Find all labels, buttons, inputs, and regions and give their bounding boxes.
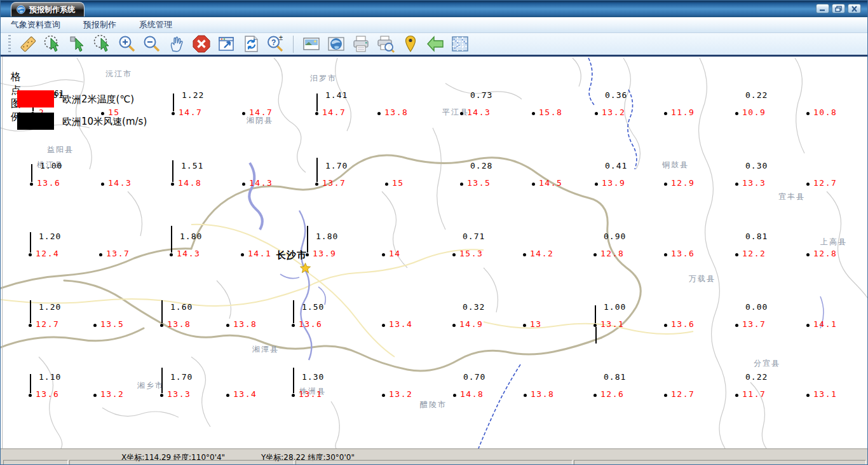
grid-point-dot: [160, 394, 163, 397]
place-label: 万载县: [689, 274, 715, 284]
temperature-value: 13.5: [467, 178, 491, 188]
wind-barb: [173, 94, 174, 111]
grid-point-dot: [595, 112, 598, 115]
temperature-value: 14.8: [460, 389, 484, 399]
place-label: 湘乡市: [137, 380, 164, 391]
wind-speed-value: 0.90: [604, 232, 626, 241]
temperature-value: 13: [530, 319, 542, 329]
grid-point-dot: [101, 112, 104, 115]
wind-speed-value: 0.81: [604, 372, 626, 382]
grid-point-dot: [101, 183, 104, 186]
grid-point-dot: [453, 394, 456, 397]
wind-speed-value: 0.30: [745, 161, 768, 170]
temperature-value: 13.7: [742, 319, 766, 329]
temperature-value: 13.8: [167, 319, 191, 329]
temperature-value: 13.9: [602, 178, 625, 188]
title-tab: 预报制作系统: [11, 2, 85, 17]
temperature-value: 14.3: [177, 249, 200, 258]
wind-speed-value: 0.36: [605, 90, 627, 100]
temperature-value: 14.7: [179, 108, 202, 117]
grid-point-dot: [170, 253, 173, 256]
temperature-value: 12.2: [742, 249, 766, 258]
grid-point-dot: [460, 112, 463, 115]
wind-speed-value: 0.41: [605, 161, 627, 170]
wind-barb: [30, 232, 31, 253]
application-window: 预报制作系统 气象资料查询预报制作系统管理: [0, 0, 868, 465]
temperature-value: 14.8: [178, 178, 201, 188]
grid-point-dot: [30, 183, 33, 186]
legend-label-1: 欧洲10米风速(m/s): [62, 116, 147, 128]
grid-point-dot: [29, 253, 32, 256]
temperature-value: 14.7: [322, 108, 346, 117]
status-panel: [3, 460, 68, 465]
temperature-value: 13.7: [106, 249, 130, 258]
grid-point-dot: [595, 183, 598, 186]
temperature-value: 13.6: [299, 319, 322, 329]
grid-point-dot: [593, 394, 597, 397]
temperature-value: 13.1: [299, 389, 322, 399]
grid-point-dot: [292, 324, 295, 327]
wind-speed-value: 1.50: [302, 302, 324, 312]
wind-barb: [161, 368, 163, 393]
grid-point-dot: [382, 394, 385, 397]
wind-barb: [31, 164, 32, 182]
place-label: 汨罗市: [310, 73, 337, 84]
window-controls: [816, 4, 861, 13]
wind-speed-value: 0.32: [463, 302, 485, 312]
wind-speed-value: 1.70: [170, 372, 193, 382]
wind-barb: [316, 94, 318, 111]
grid-point-dot: [523, 324, 526, 327]
wind-speed-value: 1.10: [39, 372, 61, 382]
close-button[interactable]: [848, 4, 861, 13]
restore-button[interactable]: [832, 4, 845, 13]
grid-point-dot: [735, 253, 738, 256]
temperature-value: 14.3: [249, 178, 273, 188]
temperature-value: 13.4: [389, 319, 412, 329]
globe-logo-icon: [17, 5, 25, 14]
temperature-value: 12.7: [813, 178, 837, 188]
wind-speed-value: 1.80: [180, 232, 202, 241]
grid-point-dot: [292, 394, 295, 397]
temperature-value: 13.3: [742, 178, 766, 188]
grid-point-dot: [382, 324, 385, 327]
legend-swatch-1: [17, 113, 54, 130]
temperature-value: 13.1: [813, 389, 837, 399]
grid-point-dot: [460, 183, 463, 186]
temperature-value: 15: [392, 178, 404, 188]
wind-speed-value: 0.71: [463, 232, 485, 241]
wind-speed-value: 1.41: [325, 90, 348, 100]
grid-point-dot: [452, 253, 456, 256]
grid-point-dot: [806, 253, 810, 256]
temperature-value: 12.8: [813, 249, 837, 258]
wind-barb: [30, 300, 31, 323]
temperature-value: 12.6: [600, 389, 624, 399]
wind-barb: [171, 226, 172, 253]
temperature-value: 14.1: [248, 249, 271, 258]
temperature-value: 12.9: [671, 178, 695, 188]
temperature-value: 13.8: [384, 108, 408, 117]
grid-point-dot: [735, 394, 738, 397]
wind-speed-value: 0.81: [745, 232, 768, 241]
wind-barb: [293, 300, 294, 323]
grid-point-dot: [806, 394, 810, 397]
grid-point-dot: [735, 112, 738, 115]
grid-point-dot: [377, 112, 381, 115]
temperature-value: 13.2: [100, 389, 124, 399]
grid-point-dot: [664, 253, 667, 256]
temperature-value: 13.2: [389, 389, 412, 399]
status-panel: [69, 460, 294, 465]
temperature-value: 13.6: [36, 389, 59, 399]
temperature-value: 12.7: [671, 389, 695, 399]
grid-point-dot: [452, 324, 456, 327]
temperature-value: 13.5: [100, 319, 124, 329]
wind-speed-value: 1.00: [40, 161, 62, 170]
grid-point-dot: [806, 324, 810, 327]
grid-point-dot: [593, 253, 597, 256]
minimize-button[interactable]: [816, 4, 829, 13]
grid-point-dot: [315, 112, 318, 115]
place-label: 平江县: [442, 107, 469, 118]
grid-point-dot: [532, 183, 535, 186]
wind-barb: [595, 305, 596, 323]
wind-barb: [293, 368, 294, 393]
wind-barb: [316, 158, 318, 182]
